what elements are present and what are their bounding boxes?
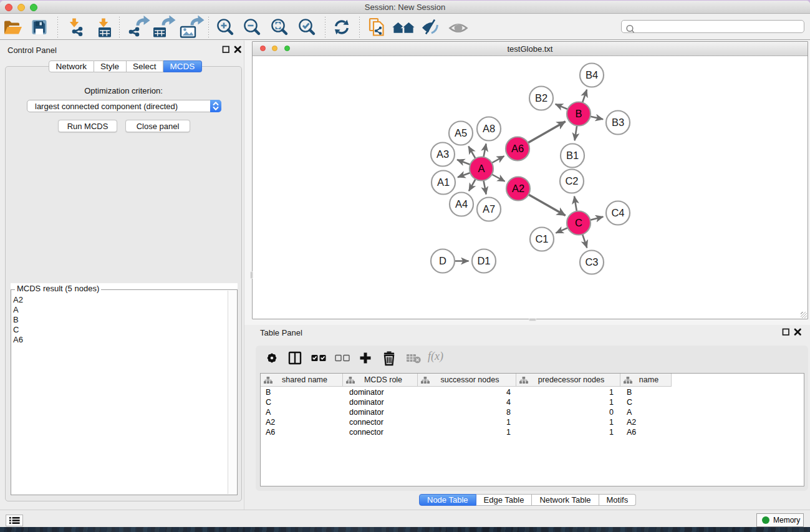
svg-text:A5: A5 xyxy=(455,127,467,138)
svg-text:B2: B2 xyxy=(535,92,547,104)
svg-text:C1: C1 xyxy=(535,233,548,244)
svg-text:A2: A2 xyxy=(512,183,524,194)
svg-text:B3: B3 xyxy=(612,117,624,128)
svg-text:B4: B4 xyxy=(586,69,598,80)
svg-text:A8: A8 xyxy=(483,123,495,134)
svg-text:B1: B1 xyxy=(566,150,579,161)
svg-text:D: D xyxy=(439,255,446,266)
svg-text:C2: C2 xyxy=(565,175,578,186)
svg-text:D1: D1 xyxy=(477,255,490,266)
svg-text:A4: A4 xyxy=(455,198,468,210)
svg-text:A: A xyxy=(478,163,485,174)
svg-text:C3: C3 xyxy=(585,256,598,268)
svg-text:A1: A1 xyxy=(437,177,450,188)
svg-text:C: C xyxy=(575,217,582,228)
svg-text:B: B xyxy=(575,108,582,119)
svg-text:A7: A7 xyxy=(483,203,495,215)
svg-text:A3: A3 xyxy=(436,148,449,160)
svg-text:A6: A6 xyxy=(511,143,524,154)
svg-text:C4: C4 xyxy=(611,207,624,218)
